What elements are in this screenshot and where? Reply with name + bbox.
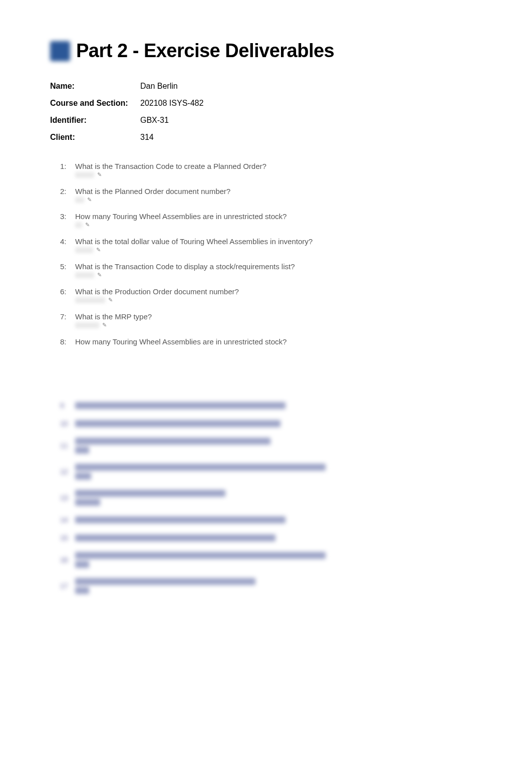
pencil-icon: ✎ [97, 171, 102, 178]
question-item: What is the total dollar value of Tourin… [60, 237, 482, 253]
question-text: How many Touring Wheel Assemblies are in… [75, 212, 482, 221]
question-text: What is the Transaction Code to display … [75, 262, 482, 271]
question-item: How many Touring Wheel Assemblies are in… [60, 337, 482, 352]
answer-line: ✎ [75, 247, 482, 253]
redacted-answer [75, 322, 99, 328]
blurred-section: 91011121314151617 [60, 402, 482, 594]
meta-name-value: Dan Berlin [140, 82, 178, 91]
redacted-answer [75, 297, 105, 303]
blurred-bar [75, 402, 286, 409]
title-row: Part 2 - Exercise Deliverables [50, 40, 482, 62]
blurred-content [75, 578, 255, 594]
pencil-icon: ✎ [108, 297, 113, 303]
meta-identifier: Identifier: GBX-31 [50, 116, 482, 125]
gap [50, 361, 482, 402]
question-text: What is the Planned Order document numbe… [75, 187, 482, 196]
blurred-content [75, 552, 326, 568]
answer-line: ✎ [75, 222, 482, 228]
blurred-bar [75, 561, 89, 568]
answer-line: ✎ [75, 272, 482, 278]
meta-course: Course and Section: 202108 ISYS-482 [50, 99, 482, 108]
blurred-content [75, 420, 281, 427]
blurred-bar [75, 587, 89, 594]
question-item: What is the MRP type?✎ [60, 312, 482, 328]
blurred-content [75, 438, 271, 454]
blurred-number: 10 [60, 420, 75, 428]
blurred-number: 12 [60, 468, 75, 476]
blurred-row: 11 [60, 438, 482, 454]
blurred-number: 17 [60, 582, 75, 590]
question-item: What is the Transaction Code to display … [60, 262, 482, 278]
question-item: What is the Production Order document nu… [60, 287, 482, 303]
title-icon [50, 41, 70, 61]
page-title: Part 2 - Exercise Deliverables [76, 40, 334, 62]
blurred-number: 9 [60, 402, 75, 410]
meta-course-label: Course and Section: [50, 99, 140, 108]
pencil-icon: ✎ [87, 197, 92, 203]
meta-client-value: 314 [140, 133, 154, 142]
blurred-content [75, 464, 326, 480]
blurred-row: 15 [60, 534, 482, 542]
blurred-bar [75, 499, 100, 506]
question-item: What is the Planned Order document numbe… [60, 187, 482, 203]
blurred-content [75, 534, 276, 541]
question-item: What is the Transaction Code to create a… [60, 162, 482, 178]
question-text: What is the total dollar value of Tourin… [75, 237, 482, 246]
pencil-icon: ✎ [85, 222, 90, 228]
answer-line: ✎ [75, 297, 482, 303]
blurred-bar [75, 534, 276, 541]
blurred-row: 16 [60, 552, 482, 568]
redacted-answer [75, 222, 82, 228]
question-text: What is the MRP type? [75, 312, 482, 321]
answer-line: ✎ [75, 171, 482, 178]
blurred-bar [75, 438, 271, 445]
blurred-bar [75, 447, 89, 454]
blurred-number: 16 [60, 556, 75, 564]
blurred-number: 13 [60, 494, 75, 502]
question-text: How many Touring Wheel Assemblies are in… [75, 337, 482, 346]
redacted-answer [75, 197, 84, 203]
blurred-row: 17 [60, 578, 482, 594]
blurred-content [75, 516, 286, 523]
blurred-row: 13 [60, 490, 482, 506]
question-list: What is the Transaction Code to create a… [60, 162, 482, 352]
blurred-row: 9 [60, 402, 482, 410]
pencil-icon: ✎ [97, 272, 102, 278]
question-item: How many Touring Wheel Assemblies are in… [60, 212, 482, 228]
blurred-bar [75, 420, 281, 427]
meta-name-label: Name: [50, 82, 140, 91]
blurred-bar [75, 516, 286, 523]
question-text: What is the Transaction Code to create a… [75, 162, 482, 170]
answer-line: ✎ [75, 197, 482, 203]
blurred-row: 14 [60, 516, 482, 524]
meta-block: Name: Dan Berlin Course and Section: 202… [50, 82, 482, 142]
redacted-answer [75, 172, 94, 178]
meta-identifier-label: Identifier: [50, 116, 140, 125]
blurred-bar [75, 490, 225, 497]
question-text: What is the Production Order document nu… [75, 287, 482, 296]
pencil-icon: ✎ [96, 247, 101, 253]
blurred-number: 15 [60, 534, 75, 542]
redacted-answer [75, 247, 93, 253]
meta-client-label: Client: [50, 133, 140, 142]
blurred-bar [75, 464, 326, 471]
meta-client: Client: 314 [50, 133, 482, 142]
blurred-bar [75, 552, 326, 559]
meta-identifier-value: GBX-31 [140, 116, 169, 125]
blurred-number: 11 [60, 442, 75, 450]
meta-course-value: 202108 ISYS-482 [140, 99, 203, 108]
meta-name: Name: Dan Berlin [50, 82, 482, 91]
blurred-number: 14 [60, 516, 75, 524]
blurred-content [75, 490, 225, 506]
blurred-row: 10 [60, 420, 482, 428]
redacted-answer [75, 272, 94, 278]
pencil-icon: ✎ [102, 322, 107, 328]
blurred-bar [75, 473, 91, 480]
blurred-row: 12 [60, 464, 482, 480]
blurred-bar [75, 578, 255, 585]
blurred-content [75, 402, 286, 409]
answer-line: ✎ [75, 322, 482, 328]
